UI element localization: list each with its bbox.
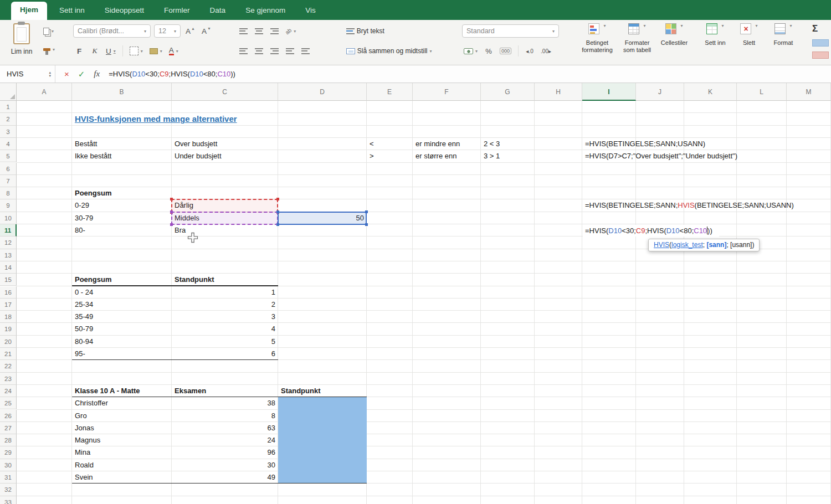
row-header-28[interactable]: 28 xyxy=(0,434,17,446)
increase-decimal-button[interactable]: ◂.0 xyxy=(524,44,536,58)
name-box-stepper[interactable]: ▴▾ xyxy=(49,71,55,78)
column-header-K[interactable]: K xyxy=(684,83,737,101)
cell-C20[interactable]: 5 xyxy=(172,336,278,348)
tab-vis[interactable]: Vis xyxy=(297,2,324,20)
autosum-button[interactable]: Σ xyxy=(812,23,818,34)
column-header-I[interactable]: I xyxy=(582,83,636,101)
cell-B16[interactable]: 0 - 24 xyxy=(72,286,172,299)
decrease-decimal-button[interactable]: .00▸ xyxy=(539,44,553,58)
font-color-button[interactable]: A▾ xyxy=(167,44,180,58)
row-header-18[interactable]: 18 xyxy=(0,311,17,323)
row-header-9[interactable]: 9 xyxy=(0,199,17,212)
range-handle[interactable] xyxy=(170,198,173,200)
row-header-13[interactable]: 13 xyxy=(0,249,17,261)
cell-C31[interactable]: 49 xyxy=(172,471,278,484)
range-handle[interactable] xyxy=(365,210,368,213)
delete-cells-button[interactable]: ×▾ Slett xyxy=(735,23,763,47)
align-center-button[interactable] xyxy=(253,44,265,58)
italic-button[interactable]: K xyxy=(89,44,101,58)
column-header-F[interactable]: F xyxy=(413,83,481,101)
row-header-32[interactable]: 32 xyxy=(0,484,17,496)
fill-color-button[interactable]: ▾ xyxy=(148,44,164,58)
formula-input[interactable]: =HVIS(D10<30;C9;HVIS(D10<80;C10)) xyxy=(109,70,235,78)
cell-C26[interactable]: 8 xyxy=(172,410,278,422)
column-header-L[interactable]: L xyxy=(737,83,787,101)
cell-B10[interactable]: 30-79 xyxy=(72,212,172,224)
row-header-33[interactable]: 33 xyxy=(0,496,17,504)
cell-C27[interactable]: 63 xyxy=(172,422,278,434)
align-right-button[interactable] xyxy=(268,44,280,58)
range-handle[interactable] xyxy=(276,210,279,213)
cell-G4[interactable]: 2 < 3 xyxy=(481,138,535,150)
percent-format-button[interactable]: % xyxy=(483,44,495,58)
format-painter-button[interactable]: ▾ xyxy=(43,47,55,52)
cell-styles-button[interactable]: ▾ Cellestiler xyxy=(655,23,694,47)
row-header-12[interactable]: 12 xyxy=(0,236,17,249)
column-header-H[interactable]: H xyxy=(535,83,582,101)
cell-C18[interactable]: 3 xyxy=(172,311,278,323)
range-handle[interactable] xyxy=(170,210,173,213)
increase-indent-button[interactable] xyxy=(299,44,311,58)
orientation-button[interactable]: ab▾ xyxy=(284,24,297,38)
cell-B4[interactable]: Bestått xyxy=(72,138,172,150)
cell-B19[interactable]: 50-79 xyxy=(72,323,172,335)
cell-B27[interactable]: Jonas xyxy=(72,422,172,434)
cell-B20[interactable]: 80-94 xyxy=(72,336,172,348)
row-header-19[interactable]: 19 xyxy=(0,323,17,335)
confirm-entry-button[interactable]: ✓ xyxy=(78,69,85,79)
fill-down-icon[interactable] xyxy=(812,39,829,47)
cell-B15[interactable]: Poengsum xyxy=(72,274,172,286)
cell-B8[interactable]: Poengsum xyxy=(72,187,172,199)
cell-B11[interactable]: 80- xyxy=(72,224,172,236)
cell-I4[interactable]: =HVIS(BETINGELSE;SANN;USANN) xyxy=(582,138,636,150)
row-header-11[interactable]: 11 xyxy=(0,224,17,236)
cell-C5[interactable]: Under budsjett xyxy=(172,150,278,162)
column-header-D[interactable]: D xyxy=(278,83,367,101)
cell-C25[interactable]: 38 xyxy=(172,397,278,409)
row-header-24[interactable]: 24 xyxy=(0,385,17,397)
cell-D24[interactable]: Standpunkt xyxy=(278,385,367,397)
align-bottom-button[interactable] xyxy=(268,24,280,38)
cell-B18[interactable]: 35-49 xyxy=(72,311,172,323)
tab-hjem[interactable]: Hjem xyxy=(11,2,47,20)
format-cells-button[interactable]: ▾ Format xyxy=(768,23,799,47)
select-all-button[interactable] xyxy=(0,83,17,101)
cell-I5[interactable]: =HVIS(D7>C7;"Over budsjett";"Under budsj… xyxy=(582,150,636,162)
row-header-30[interactable]: 30 xyxy=(0,459,17,471)
cell-C19[interactable]: 4 xyxy=(172,323,278,335)
cell-C17[interactable]: 2 xyxy=(172,299,278,311)
cancel-entry-button[interactable]: × xyxy=(64,69,69,79)
row-header-22[interactable]: 22 xyxy=(0,360,17,372)
tab-sett-inn[interactable]: Sett inn xyxy=(52,2,93,20)
bold-button[interactable]: F xyxy=(73,44,85,58)
tab-se-gjennom[interactable]: Se gjennom xyxy=(238,2,293,20)
cell-C24[interactable]: Eksamen xyxy=(172,385,278,397)
row-header-16[interactable]: 16 xyxy=(0,286,17,299)
row-header-29[interactable]: 29 xyxy=(0,446,17,459)
tab-data[interactable]: Data xyxy=(202,2,234,20)
cell-B2[interactable]: HVIS-funksjonen med mange alternativer xyxy=(72,113,172,125)
insert-cells-button[interactable]: ▾ Sett inn xyxy=(699,23,731,47)
cell-B24[interactable]: Klasse 10 A - Matte xyxy=(72,385,172,397)
cell-B21[interactable]: 95- xyxy=(72,348,172,360)
cell-I9[interactable]: =HVIS(BETINGELSE;SANN;HVIS(BETINGELSE;SA… xyxy=(582,199,636,212)
tab-sideoppsett[interactable]: Sideoppsett xyxy=(97,2,152,20)
cell-B31[interactable]: Svein xyxy=(72,471,172,484)
cell-F5[interactable]: er større enn xyxy=(413,150,481,162)
number-format-select[interactable]: Standard▾ xyxy=(462,24,559,38)
row-header-21[interactable]: 21 xyxy=(0,348,17,360)
copy-button[interactable]: ▾ xyxy=(43,28,55,35)
row-header-26[interactable]: 26 xyxy=(0,410,17,422)
font-size-select[interactable]: 12▾ xyxy=(154,24,181,38)
align-middle-button[interactable] xyxy=(253,24,265,38)
column-header-A[interactable]: A xyxy=(17,83,72,101)
format-as-table-button[interactable]: ▾ Formatersom tabell xyxy=(616,23,658,54)
row-header-1[interactable]: 1 xyxy=(0,101,17,113)
thousands-format-button[interactable]: 000 xyxy=(498,44,513,58)
row-header-7[interactable]: 7 xyxy=(0,175,17,187)
column-header-G[interactable]: G xyxy=(481,83,535,101)
row-header-6[interactable]: 6 xyxy=(0,163,17,175)
row-header-17[interactable]: 17 xyxy=(0,299,17,311)
cell-C21[interactable]: 6 xyxy=(172,348,278,360)
row-header-2[interactable]: 2 xyxy=(0,113,17,125)
